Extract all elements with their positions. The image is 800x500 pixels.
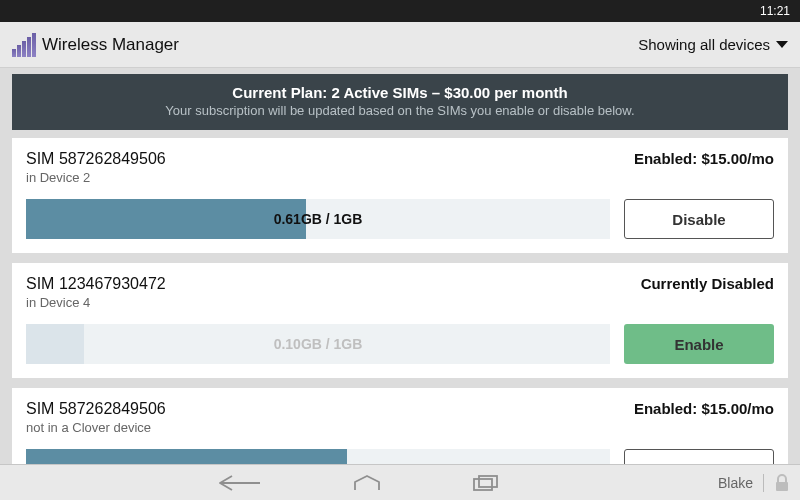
signal-bars-icon — [12, 33, 36, 57]
sim-status: Enabled: $15.00/mo — [634, 150, 774, 167]
android-navbar: Blake — [0, 464, 800, 500]
divider — [763, 474, 764, 492]
plan-subtitle: Your subscription will be updated based … — [24, 103, 776, 118]
sim-name: SIM 587262849506 — [26, 150, 166, 168]
sim-card: SIM 587262849506 not in a Clover device … — [12, 388, 788, 464]
status-time: 11:21 — [760, 4, 790, 18]
recent-apps-icon[interactable] — [472, 474, 500, 492]
disable-button[interactable]: Disable — [624, 199, 774, 239]
usage-bar: 0.61GB / 1GB — [26, 199, 610, 239]
sim-location: in Device 2 — [26, 170, 166, 185]
usage-bar — [26, 449, 610, 464]
svg-rect-2 — [776, 482, 788, 491]
sim-card: SIM 123467930472 in Device 4 Currently D… — [12, 263, 788, 378]
usage-label — [26, 449, 610, 464]
plan-banner: Current Plan: 2 Active SIMs – $30.00 per… — [12, 74, 788, 130]
android-status-bar: 11:21 — [0, 0, 800, 22]
current-user[interactable]: Blake — [718, 475, 753, 491]
disable-button[interactable]: Disable — [624, 449, 774, 464]
sim-card: SIM 587262849506 in Device 2 Enabled: $1… — [12, 138, 788, 253]
device-filter-dropdown[interactable]: Showing all devices — [638, 36, 788, 53]
home-icon[interactable] — [352, 474, 382, 492]
usage-label: 0.10GB / 1GB — [26, 324, 610, 364]
svg-rect-1 — [479, 476, 497, 487]
content-scroll: Current Plan: 2 Active SIMs – $30.00 per… — [0, 68, 800, 464]
back-icon[interactable] — [218, 474, 262, 492]
enable-button[interactable]: Enable — [624, 324, 774, 364]
sim-name: SIM 123467930472 — [26, 275, 166, 293]
sim-status: Enabled: $15.00/mo — [634, 400, 774, 417]
sim-name: SIM 587262849506 — [26, 400, 166, 418]
sim-status: Currently Disabled — [641, 275, 774, 292]
sim-location: not in a Clover device — [26, 420, 166, 435]
chevron-down-icon — [776, 41, 788, 48]
app-topbar: Wireless Manager Showing all devices — [0, 22, 800, 68]
usage-label: 0.61GB / 1GB — [26, 199, 610, 239]
usage-bar: 0.10GB / 1GB — [26, 324, 610, 364]
device-filter-label: Showing all devices — [638, 36, 770, 53]
lock-icon[interactable] — [774, 474, 790, 492]
svg-rect-0 — [474, 479, 492, 490]
plan-title: Current Plan: 2 Active SIMs – $30.00 per… — [24, 84, 776, 101]
app-title: Wireless Manager — [42, 35, 179, 55]
sim-location: in Device 4 — [26, 295, 166, 310]
